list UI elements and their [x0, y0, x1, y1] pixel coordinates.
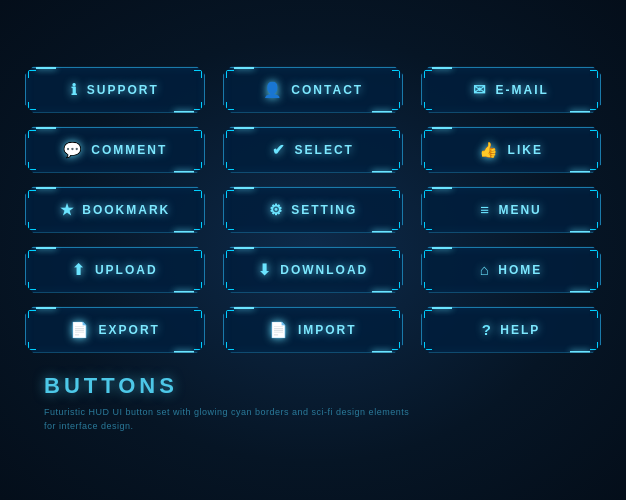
corner-decoration [226, 342, 234, 350]
corner-decoration [392, 222, 400, 230]
footer: BUTTONS Futuristic HUD UI button set wit… [24, 373, 602, 434]
download-label: DOWNLOAD [280, 263, 368, 277]
menu-button[interactable]: ≡ MENU [421, 187, 601, 233]
menu-icon: ≡ [480, 201, 490, 218]
download-icon: ⬇ [258, 261, 273, 279]
corner-decoration [28, 130, 36, 138]
email-label: E-MAIL [496, 83, 549, 97]
corner-decoration [590, 222, 598, 230]
export-icon: 📄 [70, 321, 91, 339]
like-button[interactable]: 👍 LIKE [421, 127, 601, 173]
corner-decoration [424, 70, 432, 78]
comment-icon: 💬 [63, 141, 84, 159]
corner-decoration [28, 70, 36, 78]
corner-decoration [392, 250, 400, 258]
corner-decoration [590, 342, 598, 350]
corner-decoration [28, 250, 36, 258]
setting-label: SETTING [291, 203, 357, 217]
home-button[interactable]: ⌂ HOME [421, 247, 601, 293]
corner-decoration [194, 70, 202, 78]
help-label: HELP [500, 323, 540, 337]
support-label: SUPPORT [87, 83, 159, 97]
corner-decoration [194, 190, 202, 198]
corner-decoration [424, 102, 432, 110]
corner-decoration [590, 310, 598, 318]
corner-decoration [590, 70, 598, 78]
setting-button[interactable]: ⚙ SETTING [223, 187, 403, 233]
like-label: LIKE [508, 143, 543, 157]
corner-decoration [392, 282, 400, 290]
corner-decoration [590, 130, 598, 138]
import-button[interactable]: 📄 IMPORT [223, 307, 403, 353]
email-button[interactable]: ✉ E-MAIL [421, 67, 601, 113]
bookmark-button[interactable]: ★ BOOKMARK [25, 187, 205, 233]
corner-decoration [392, 102, 400, 110]
corner-decoration [392, 70, 400, 78]
contact-label: CONTACT [291, 83, 363, 97]
corner-decoration [424, 130, 432, 138]
corner-decoration [590, 102, 598, 110]
button-grid: ℹ SUPPORT 👤 CONTACT ✉ E-MAIL 💬 COMMENT [25, 67, 601, 353]
corner-decoration [28, 162, 36, 170]
corner-decoration [28, 282, 36, 290]
corner-decoration [226, 282, 234, 290]
menu-label: MENU [498, 203, 541, 217]
bookmark-icon: ★ [60, 201, 75, 219]
corner-decoration [226, 130, 234, 138]
import-icon: 📄 [269, 321, 290, 339]
corner-decoration [28, 222, 36, 230]
corner-decoration [226, 162, 234, 170]
corner-decoration [424, 222, 432, 230]
corner-decoration [392, 310, 400, 318]
upload-label: UPLOAD [95, 263, 158, 277]
corner-decoration [226, 102, 234, 110]
corner-decoration [226, 310, 234, 318]
corner-decoration [28, 342, 36, 350]
contact-button[interactable]: 👤 CONTACT [223, 67, 403, 113]
upload-button[interactable]: ⬆ UPLOAD [25, 247, 205, 293]
corner-decoration [194, 250, 202, 258]
corner-decoration [226, 190, 234, 198]
corner-decoration [590, 190, 598, 198]
corner-decoration [424, 310, 432, 318]
corner-decoration [424, 190, 432, 198]
corner-decoration [194, 282, 202, 290]
select-button[interactable]: ✔ SELECT [223, 127, 403, 173]
download-button[interactable]: ⬇ DOWNLOAD [223, 247, 403, 293]
corner-decoration [28, 190, 36, 198]
comment-button[interactable]: 💬 COMMENT [25, 127, 205, 173]
corner-decoration [392, 162, 400, 170]
select-label: SELECT [295, 143, 354, 157]
corner-decoration [28, 310, 36, 318]
corner-decoration [28, 102, 36, 110]
help-button[interactable]: ? HELP [421, 307, 601, 353]
corner-decoration [194, 130, 202, 138]
corner-decoration [194, 222, 202, 230]
corner-decoration [194, 310, 202, 318]
corner-decoration [590, 250, 598, 258]
corner-decoration [194, 162, 202, 170]
support-icon: ℹ [71, 81, 79, 99]
corner-decoration [590, 282, 598, 290]
export-label: EXPORT [99, 323, 160, 337]
corner-decoration [194, 102, 202, 110]
contact-icon: 👤 [263, 81, 284, 99]
upload-icon: ⬆ [72, 261, 87, 279]
corner-decoration [424, 162, 432, 170]
corner-decoration [590, 162, 598, 170]
corner-decoration [424, 282, 432, 290]
corner-decoration [392, 190, 400, 198]
comment-label: COMMENT [91, 143, 167, 157]
help-icon: ? [482, 321, 493, 338]
corner-decoration [424, 342, 432, 350]
corner-decoration [226, 222, 234, 230]
footer-title: BUTTONS [44, 373, 178, 399]
corner-decoration [392, 130, 400, 138]
corner-decoration [392, 342, 400, 350]
export-button[interactable]: 📄 EXPORT [25, 307, 205, 353]
footer-description: Futuristic HUD UI button set with glowin… [44, 405, 424, 434]
corner-decoration [194, 342, 202, 350]
home-label: HOME [498, 263, 542, 277]
support-button[interactable]: ℹ SUPPORT [25, 67, 205, 113]
email-icon: ✉ [473, 81, 488, 99]
